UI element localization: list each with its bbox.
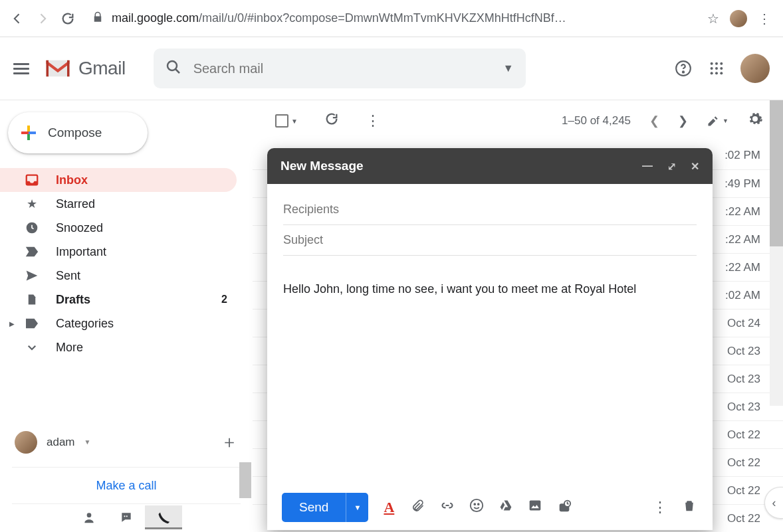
hangouts-user-row[interactable]: adam ▼ ＋: [0, 424, 253, 460]
sidebar: Compose Inbox ★ Starred Snoozed Importan…: [0, 100, 253, 532]
caret-right-icon: ▶: [9, 320, 15, 327]
sidebar-item-important[interactable]: Important: [0, 240, 237, 264]
sidebar-label: Sent: [56, 269, 80, 283]
compose-label: Compose: [48, 126, 102, 140]
sent-icon: [24, 268, 40, 284]
svg-point-8: [720, 67, 723, 70]
formatting-icon[interactable]: A: [380, 499, 397, 516]
star-icon: ★: [24, 196, 40, 212]
subject-field[interactable]: [283, 225, 697, 256]
insert-link-icon[interactable]: [439, 499, 456, 516]
compose-body-editor[interactable]: Hello John, long time no see, i want you…: [283, 256, 697, 474]
hangouts-chat-tab[interactable]: [108, 505, 145, 529]
settings-gear-icon[interactable]: [747, 111, 763, 131]
send-button[interactable]: Send ▼: [282, 493, 368, 522]
sidebar-item-starred[interactable]: ★ Starred: [0, 192, 237, 216]
hangouts-username: adam: [47, 436, 75, 449]
mail-time: :49 PM: [725, 177, 760, 191]
svg-point-4: [715, 62, 718, 65]
sidebar-item-inbox[interactable]: Inbox: [0, 168, 237, 192]
back-button[interactable]: [8, 9, 27, 28]
vertical-scrollbar[interactable]: [770, 100, 783, 406]
forward-button[interactable]: [33, 9, 52, 28]
svg-rect-20: [530, 501, 541, 511]
insert-photo-icon[interactable]: [526, 499, 544, 516]
svg-point-14: [87, 513, 92, 517]
compose-button[interactable]: Compose: [8, 112, 148, 153]
search-bar[interactable]: ▼: [154, 48, 526, 88]
mail-time: :22 AM: [725, 233, 760, 246]
profile-avatar-browser[interactable]: [730, 10, 747, 27]
new-conversation-button[interactable]: ＋: [221, 430, 238, 454]
svg-point-10: [715, 72, 718, 74]
sidebar-item-drafts[interactable]: Drafts 2: [0, 288, 237, 311]
minimize-button[interactable]: —: [642, 160, 653, 173]
select-dropdown-icon[interactable]: ▼: [291, 118, 298, 125]
content-area: ▼ ⋮ 1–50 of 4,245 ❮ ❯ ▼ :02 PM:49 PM:22 …: [253, 100, 783, 532]
fullscreen-button[interactable]: ⤢: [667, 160, 676, 173]
svg-point-19: [478, 503, 479, 505]
hangouts-tabs: [0, 505, 253, 532]
browser-menu-icon[interactable]: ⋮: [754, 11, 775, 27]
mail-toolbar: ▼ ⋮ 1–50 of 4,245 ❮ ❯ ▼: [253, 100, 783, 141]
search-input[interactable]: [193, 61, 491, 76]
confidential-mode-icon[interactable]: [556, 498, 573, 517]
hangouts-contacts-tab[interactable]: [70, 505, 108, 529]
hangouts-avatar: [15, 431, 37, 454]
search-options-icon[interactable]: ▼: [503, 62, 514, 74]
sidebar-item-sent[interactable]: Sent: [0, 264, 237, 288]
plus-icon: [21, 126, 36, 140]
apps-grid-icon[interactable]: [707, 59, 726, 78]
sidebar-scrollbar[interactable]: [239, 462, 251, 498]
select-all-checkbox[interactable]: [275, 114, 288, 128]
svg-point-5: [720, 62, 723, 65]
bookmark-star-icon[interactable]: ☆: [703, 11, 723, 27]
sidebar-item-more[interactable]: More: [0, 335, 237, 359]
sidebar-label: Snoozed: [56, 221, 103, 235]
prev-page-button[interactable]: ❮: [649, 114, 659, 128]
hangouts-phone-tab[interactable]: [145, 505, 182, 529]
svg-point-15: [124, 515, 125, 517]
pagination-range: 1–50 of 4,245: [562, 114, 631, 128]
svg-point-11: [720, 72, 723, 74]
mail-time: Oct 22: [727, 484, 760, 497]
sidebar-item-snoozed[interactable]: Snoozed: [0, 216, 237, 240]
input-tools-button[interactable]: ▼: [707, 114, 728, 128]
chevron-down-icon: [24, 339, 40, 355]
svg-point-0: [168, 61, 177, 70]
insert-drive-icon[interactable]: [497, 499, 514, 516]
insert-emoji-icon[interactable]: [468, 498, 485, 517]
compose-titlebar[interactable]: New Message — ⤢ ✕: [267, 148, 713, 184]
important-icon: [24, 244, 40, 260]
gmail-logo[interactable]: Gmail: [44, 58, 126, 79]
mail-time: :22 AM: [725, 261, 760, 274]
sidebar-label: Important: [56, 245, 106, 259]
support-icon[interactable]: [674, 59, 693, 78]
recipients-field[interactable]: [283, 195, 697, 225]
refresh-button[interactable]: [324, 112, 339, 130]
sidebar-label: Starred: [56, 197, 95, 211]
next-page-button[interactable]: ❯: [678, 114, 688, 128]
make-a-call-link[interactable]: Make a call: [12, 467, 241, 504]
sidebar-item-categories[interactable]: ▶ Categories: [0, 311, 237, 335]
mail-time: Oct 23: [727, 373, 760, 386]
main-menu-button[interactable]: [13, 60, 29, 76]
svg-point-3: [711, 62, 713, 65]
mail-time: Oct 23: [727, 345, 760, 358]
compose-footer: Send ▼ A ⋮: [267, 485, 713, 530]
reload-button[interactable]: [58, 9, 77, 28]
compose-more-options[interactable]: ⋮: [651, 499, 669, 516]
attach-file-icon[interactable]: [409, 498, 427, 517]
lock-icon: [92, 11, 104, 26]
address-bar[interactable]: mail.google.com/mail/u/0/#inbox?compose=…: [84, 7, 697, 31]
mail-time: :02 AM: [725, 289, 760, 302]
discard-draft-icon[interactable]: [681, 498, 698, 517]
mail-time: Oct 22: [727, 512, 760, 525]
send-options-dropdown[interactable]: ▼: [346, 493, 368, 522]
url-text: mail.google.com/mail/u/0/#inbox?compose=…: [112, 11, 566, 25]
close-button[interactable]: ✕: [691, 160, 699, 173]
more-actions-button[interactable]: ⋮: [366, 112, 380, 130]
svg-point-9: [711, 72, 713, 74]
mail-time: :02 PM: [725, 149, 760, 162]
account-avatar[interactable]: [740, 54, 770, 83]
